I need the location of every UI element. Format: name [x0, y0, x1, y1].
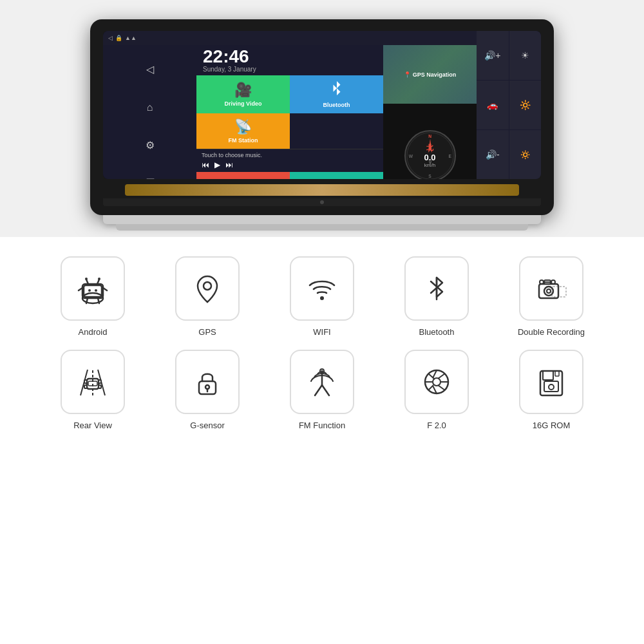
- home-icon[interactable]: ⌂: [140, 97, 160, 118]
- feature-gsensor: G-sensor: [153, 350, 261, 430]
- feature-f20: F 2.0: [383, 350, 491, 430]
- svg-text:S: S: [428, 174, 431, 178]
- svg-rect-39: [84, 385, 87, 388]
- brightness-button2[interactable]: 🔆: [509, 80, 542, 129]
- driving-video-label: Driving Video: [225, 100, 262, 107]
- feature-rear-view: Rear View: [39, 350, 147, 430]
- back-icon: ◁: [108, 35, 113, 41]
- time-display: 22:46: [203, 48, 377, 66]
- feature-android: Android: [39, 256, 147, 337]
- svg-rect-37: [84, 380, 87, 383]
- copy-icon[interactable]: ❐: [140, 173, 160, 180]
- svg-line-45: [315, 385, 322, 395]
- svg-rect-14: [84, 285, 102, 297]
- device-wood-strip: [125, 184, 519, 196]
- bluetooth-icon-box: [404, 256, 469, 321]
- fm-icon: 📡: [234, 118, 252, 135]
- rear-view-icon-box: [61, 350, 125, 414]
- compass: 北 0.0 km/h N S E W: [404, 130, 456, 180]
- status-bar: ◁ 🔒 ▲▲: [103, 31, 477, 45]
- fm-label: FM Station: [229, 137, 258, 144]
- svg-rect-60: [543, 371, 553, 380]
- gps-icon-box: [175, 256, 240, 321]
- svg-point-22: [320, 296, 324, 300]
- bluetooth-tile[interactable]: Bluetooth: [290, 75, 383, 113]
- file-manager-icon: 📁: [234, 177, 252, 179]
- fm-station-tile[interactable]: 📡 FM Station: [196, 113, 290, 149]
- 16g-rom-label: 16G ROM: [533, 421, 571, 430]
- bluetooth-icon: [329, 80, 345, 100]
- volume-up-button[interactable]: 🔊+: [477, 31, 509, 80]
- svg-point-17: [88, 289, 91, 292]
- double-recording-icon: [534, 271, 569, 306]
- settings-icon[interactable]: ⚙: [140, 135, 160, 156]
- svg-marker-6: [428, 158, 432, 166]
- svg-point-12: [85, 278, 88, 280]
- driving-video-tile[interactable]: 🎥 Driving Video: [196, 75, 290, 113]
- svg-line-46: [322, 385, 329, 395]
- time-area: 22:46 Sunday, 3 January: [196, 45, 383, 75]
- feature-fm: FM Function: [268, 350, 376, 430]
- double-recording-icon-box: [519, 256, 583, 321]
- back-nav-icon[interactable]: ◁: [140, 59, 160, 80]
- wifi-label: WIFI: [313, 327, 330, 337]
- status-icons: ◁ 🔒 ▲▲: [108, 35, 137, 41]
- svg-point-26: [547, 289, 551, 293]
- rear-view-label: Rear View: [73, 421, 112, 430]
- wifi-icon-box: [290, 256, 354, 321]
- screen-content: ◁ 🔒 ▲▲ ◁ ⌂ ⚙ ❐: [103, 31, 477, 179]
- svg-point-61: [549, 384, 554, 390]
- dim-button[interactable]: 🔅: [509, 130, 542, 179]
- gps-icon: [190, 271, 225, 306]
- center-content: 22:46 Sunday, 3 January 🎥 Driving Video: [196, 45, 383, 179]
- fm-function-icon: [305, 365, 339, 399]
- features-section: Android GPS WIFI: [0, 237, 644, 443]
- gsensor-icon-box: [175, 350, 240, 414]
- date-display: Sunday, 3 January: [203, 66, 377, 73]
- android-icon: [75, 271, 110, 306]
- feature-double-recording: Double Recording: [497, 256, 605, 337]
- music-area: Touch to choose music. ⏮ ▶ ⏭: [196, 149, 383, 172]
- gps-pin-icon: 📍: [404, 71, 411, 78]
- android-label: Android: [79, 327, 108, 337]
- device-section: ◁ 🔒 ▲▲ ◁ ⌂ ⚙ ❐: [0, 0, 644, 237]
- svg-text:N: N: [428, 133, 431, 138]
- left-sidebar: ◁ ⌂ ⚙ ❐: [103, 45, 196, 179]
- bluetooth-label: Bluetooth: [323, 102, 350, 108]
- lock-icon: 🔒: [115, 35, 122, 41]
- next-button[interactable]: ⏭: [225, 160, 233, 169]
- fm-icon-box: [290, 350, 354, 414]
- feature-bluetooth: Bluetooth: [383, 256, 491, 337]
- svg-rect-8: [82, 284, 103, 298]
- volume-down-button[interactable]: 🔊-: [477, 130, 509, 179]
- signal-icon: ▲▲: [125, 35, 137, 41]
- svg-marker-5: [428, 138, 432, 153]
- svg-rect-40: [99, 385, 101, 388]
- prev-button[interactable]: ⏮: [202, 160, 209, 169]
- gsensor-label: G-sensor: [190, 421, 224, 430]
- apps-icon: ⊞: [331, 177, 343, 179]
- car-icon-button[interactable]: 🚗: [477, 80, 509, 129]
- file-manager-tile[interactable]: 📁 File Manager: [196, 172, 290, 179]
- svg-rect-38: [99, 380, 101, 383]
- storage-icon: [534, 365, 569, 399]
- right-control-panel: 🔊+ ☀ 🚗 🔆 🔊- 🔅: [477, 31, 541, 179]
- storage-icon-box: [519, 350, 583, 414]
- svg-text:W: W: [408, 153, 413, 158]
- play-button[interactable]: ▶: [214, 160, 220, 169]
- f20-label: F 2.0: [427, 421, 446, 430]
- svg-text:E: E: [448, 153, 451, 158]
- device-stand-2: [116, 224, 528, 231]
- bluetooth-feature-label: Bluetooth: [419, 327, 455, 337]
- rear-view-icon: [75, 365, 110, 399]
- apps-tile[interactable]: ⊞ Apps: [290, 172, 383, 179]
- wifi-icon: [305, 271, 339, 306]
- gps-label: 📍 GPS Navigation: [404, 71, 457, 78]
- brightness-up-button[interactable]: ☀: [509, 31, 542, 80]
- bluetooth-feature-icon: [419, 271, 454, 306]
- compass-area: 北 0.0 km/h N S E W: [383, 104, 477, 179]
- android-icon-box: [61, 256, 125, 321]
- svg-point-13: [98, 278, 100, 280]
- aperture-icon: [419, 365, 454, 399]
- gsensor-icon: [190, 365, 225, 399]
